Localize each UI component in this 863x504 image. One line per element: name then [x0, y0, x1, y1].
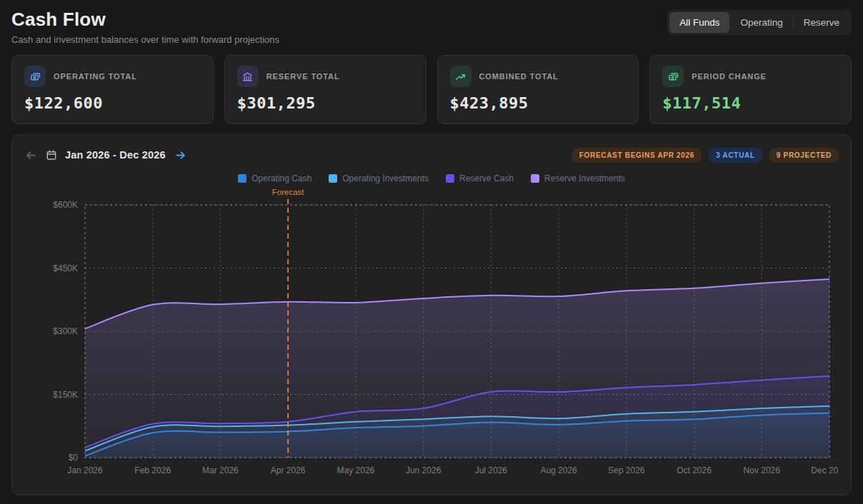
- page-subtitle: Cash and investment balances over time w…: [11, 34, 279, 45]
- stat-card-operating-total: OPERATING TOTAL $122,600: [11, 55, 214, 124]
- tab-operating[interactable]: Operating: [730, 12, 792, 33]
- stat-card-reserve-total: RESERVE TOTAL $301,295: [224, 55, 426, 124]
- actual-count-badge: 3 ACTUAL: [708, 148, 763, 163]
- fund-filter-tabs: All Funds Operating Reserve: [667, 10, 852, 35]
- svg-text:Dec 2026: Dec 2026: [811, 465, 838, 475]
- svg-text:Forecast: Forecast: [272, 188, 305, 196]
- page-header: Cash Flow Cash and investment balances o…: [0, 0, 863, 49]
- stats-row: OPERATING TOTAL $122,600 RESERVE TOTAL $…: [0, 49, 863, 124]
- next-period-button[interactable]: [174, 148, 188, 162]
- svg-text:Oct 2026: Oct 2026: [677, 465, 712, 475]
- stat-value: $423,895: [450, 94, 627, 112]
- previous-period-button[interactable]: [24, 148, 38, 162]
- banknotes-icon: [662, 66, 684, 87]
- legend-swatch: [329, 174, 337, 183]
- svg-text:Jul 2026: Jul 2026: [475, 465, 508, 475]
- date-range-nav: Jan 2026 - Dec 2026: [24, 148, 188, 162]
- date-range-label: Jan 2026 - Dec 2026: [65, 149, 166, 161]
- trending-up-icon: [450, 66, 472, 87]
- stat-value: $122,600: [24, 94, 201, 112]
- legend-item-operating-cash: Operating Cash: [238, 173, 311, 183]
- legend-item-operating-investments: Operating Investments: [329, 173, 429, 183]
- stat-label: COMBINED TOTAL: [479, 72, 559, 81]
- chart-legend: Operating Cash Operating Investments Res…: [24, 173, 839, 183]
- chart-badges: FORECAST BEGINS APR 2026 3 ACTUAL 9 PROJ…: [572, 148, 839, 163]
- chart-panel-header: Jan 2026 - Dec 2026 FORECAST BEGINS APR …: [24, 143, 839, 166]
- cash-flow-area-chart: $0$150K$300K$450K$600KForecastJan 2026Fe…: [24, 183, 839, 489]
- tab-all-funds[interactable]: All Funds: [669, 12, 729, 33]
- svg-text:Jan 2026: Jan 2026: [67, 465, 103, 475]
- bank-icon: [237, 66, 259, 87]
- svg-text:May 2026: May 2026: [337, 465, 375, 475]
- legend-swatch: [446, 174, 454, 183]
- stat-label: OPERATING TOTAL: [54, 72, 137, 81]
- stat-value: $117,514: [662, 94, 839, 112]
- svg-text:Jun 2026: Jun 2026: [406, 465, 442, 475]
- cash-flow-panel: Jan 2026 - Dec 2026 FORECAST BEGINS APR …: [11, 134, 852, 495]
- stat-card-period-change: PERIOD CHANGE $117,514: [649, 55, 852, 124]
- svg-text:Sep 2026: Sep 2026: [608, 465, 645, 475]
- legend-item-reserve-cash: Reserve Cash: [446, 173, 514, 183]
- svg-text:Mar 2026: Mar 2026: [202, 465, 239, 475]
- page-title: Cash Flow: [11, 9, 279, 31]
- svg-text:Feb 2026: Feb 2026: [134, 465, 171, 475]
- banknotes-icon: [24, 66, 46, 87]
- svg-text:$0: $0: [69, 453, 79, 463]
- calendar-icon: [46, 149, 57, 161]
- stat-card-combined-total: COMBINED TOTAL $423,895: [437, 55, 639, 124]
- svg-text:$600K: $600K: [53, 200, 78, 210]
- legend-swatch: [238, 174, 246, 183]
- svg-text:$450K: $450K: [53, 263, 78, 273]
- svg-text:$150K: $150K: [53, 390, 78, 400]
- legend-item-reserve-investments: Reserve Investments: [531, 173, 625, 183]
- stat-label: PERIOD CHANGE: [692, 72, 767, 81]
- tab-reserve[interactable]: Reserve: [794, 12, 849, 33]
- svg-text:Nov 2026: Nov 2026: [744, 465, 781, 475]
- stat-label: RESERVE TOTAL: [266, 72, 340, 81]
- svg-text:Aug 2026: Aug 2026: [540, 465, 577, 475]
- forecast-begins-badge: FORECAST BEGINS APR 2026: [572, 148, 702, 163]
- title-block: Cash Flow Cash and investment balances o…: [11, 9, 279, 45]
- legend-swatch: [531, 174, 539, 183]
- svg-text:$300K: $300K: [53, 326, 78, 336]
- projected-count-badge: 9 PROJECTED: [769, 148, 839, 163]
- stat-value: $301,295: [237, 94, 414, 112]
- svg-text:Apr 2026: Apr 2026: [271, 465, 306, 475]
